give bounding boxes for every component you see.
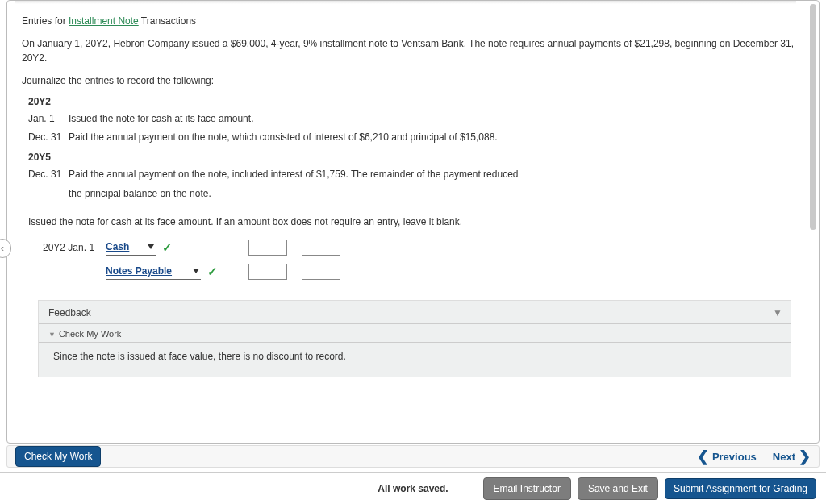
chevron-down-icon: ▼	[773, 307, 782, 319]
check-my-work-subheader[interactable]: ▼Check My Work	[39, 324, 791, 343]
event-dec31-y5-cont: the principal balance on the note.	[69, 186, 796, 202]
next-button[interactable]: Next ❯	[773, 448, 811, 465]
scrollbar-track[interactable]	[807, 4, 819, 439]
email-instructor-button[interactable]: Email Instructor	[483, 477, 571, 500]
credit-input-1[interactable]	[302, 240, 340, 256]
nav-bar: Check My Work ❮ Previous Next ❯	[6, 445, 820, 468]
event-dec31-y2: Dec. 31Paid the annual payment on the no…	[28, 130, 796, 145]
year-20y5: 20Y5	[28, 152, 796, 163]
bottom-bar: All work saved. Email Instructor Save an…	[0, 472, 826, 504]
event-jan1: Jan. 1Issued the note for cash at its fa…	[28, 111, 796, 127]
journal-row-notes: Notes Payable ✓	[43, 261, 796, 282]
feedback-body: Since the note is issued at face value, …	[39, 343, 791, 377]
scrollbar-thumb[interactable]	[810, 4, 816, 230]
intro-paragraph: On January 1, 20Y2, Hebron Company issue…	[22, 36, 796, 65]
journal-row-cash: 20Y2 Jan. 1 Cash ✓	[43, 237, 796, 258]
question-title: Entries for Installment Note Transaction…	[22, 15, 796, 27]
chevron-right-icon: ❯	[799, 448, 811, 465]
previous-button[interactable]: ❮ Previous	[697, 448, 757, 465]
chevron-down-icon	[148, 244, 154, 249]
entry-date: 20Y2 Jan. 1	[43, 242, 101, 253]
debit-input-2[interactable]	[248, 264, 287, 280]
feedback-header[interactable]: Feedback ▼	[39, 301, 791, 324]
check-icon: ✓	[162, 240, 173, 255]
account-select-notes-payable[interactable]: Notes Payable	[106, 264, 201, 280]
check-icon: ✓	[207, 264, 218, 279]
debit-input-1[interactable]	[248, 240, 287, 256]
save-and-exit-button[interactable]: Save and Exit	[578, 477, 658, 500]
question-panel: Entries for Installment Note Transaction…	[6, 0, 820, 444]
submit-assignment-button[interactable]: Submit Assignment for Grading	[665, 478, 816, 499]
account-select-cash[interactable]: Cash	[106, 240, 156, 256]
credit-input-2[interactable]	[302, 264, 340, 280]
check-my-work-button[interactable]: Check My Work	[15, 446, 101, 467]
chevron-left-icon: ❮	[697, 448, 709, 465]
year-20y2: 20Y2	[28, 96, 796, 107]
entry-instruction: Issued the note for cash at its face amo…	[28, 216, 796, 227]
journalize-text: Journalize the entries to record the fol…	[22, 73, 796, 88]
installment-note-link[interactable]: Installment Note	[69, 15, 139, 27]
event-dec31-y5: Dec. 31Paid the annual payment on the no…	[28, 167, 796, 182]
chevron-down-icon: ▼	[48, 331, 56, 339]
feedback-panel: Feedback ▼ ▼Check My Work Since the note…	[38, 300, 791, 377]
journal-entry-area: 20Y2 Jan. 1 Cash ✓ Notes Payable ✓	[43, 237, 796, 282]
chevron-down-icon	[193, 269, 199, 273]
